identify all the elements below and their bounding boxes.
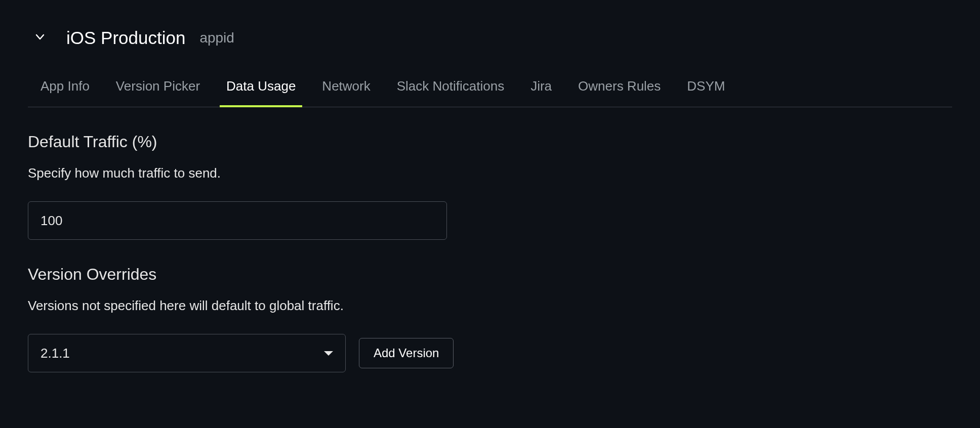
tab-data-usage[interactable]: Data Usage <box>226 78 296 107</box>
default-traffic-input[interactable] <box>28 201 447 240</box>
page-subtitle: appid <box>199 30 234 46</box>
version-select-value: 2.1.1 <box>40 346 70 361</box>
tab-owners-rules[interactable]: Owners Rules <box>578 78 661 107</box>
default-traffic-title: Default Traffic (%) <box>28 133 952 151</box>
tab-jira[interactable]: Jira <box>530 78 552 107</box>
version-select[interactable]: 2.1.1 <box>28 334 346 372</box>
default-traffic-desc: Specify how much traffic to send. <box>28 165 952 181</box>
chevron-down-icon <box>34 31 46 45</box>
version-overrides-desc: Versions not specified here will default… <box>28 298 952 314</box>
add-version-button[interactable]: Add Version <box>359 338 454 368</box>
expand-toggle[interactable] <box>33 31 47 45</box>
tab-dsym[interactable]: DSYM <box>687 78 725 107</box>
tab-app-info[interactable]: App Info <box>40 78 90 107</box>
version-overrides-title: Version Overrides <box>28 265 952 284</box>
tab-version-picker[interactable]: Version Picker <box>116 78 200 107</box>
page-title: iOS Production <box>66 28 185 48</box>
tabs: App Info Version Picker Data Usage Netwo… <box>28 78 952 107</box>
caret-down-icon <box>324 351 333 356</box>
tab-network[interactable]: Network <box>322 78 370 107</box>
tab-slack-notifications[interactable]: Slack Notifications <box>397 78 504 107</box>
